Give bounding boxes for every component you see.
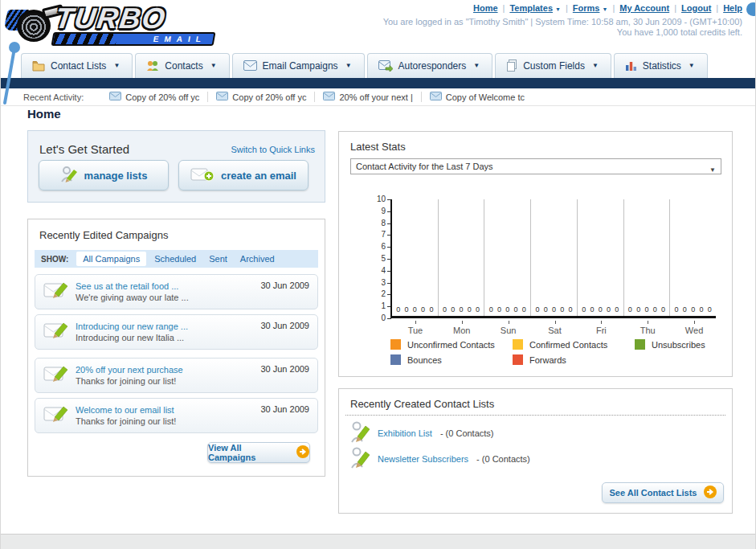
campaign-text: Welcome to our email listThanks for join… [76,404,260,427]
data-label: 0 [628,305,632,313]
nav-tab-custom-fields[interactable]: Custom Fields▼ [495,53,611,78]
app-window: TURBO EMAIL Home|Templates▼|Forms▼|My Ac… [0,0,756,549]
filter-all-campaigns[interactable]: All Campaigns [76,252,146,266]
campaign-row: Introducing our new range ...Introducing… [35,314,318,350]
see-all-contact-lists-label: See All Contact Lists [609,488,697,498]
footer-strip [1,534,755,549]
data-labels-row: 00000 [439,305,484,313]
contact-list-name-link[interactable]: Newsletter Subscribers [378,454,468,464]
x-axis-label: Sun [501,326,517,335]
get-started-panel: Let's Get Started Switch to Quick Links … [27,130,325,203]
recent-activity-link[interactable]: Copy of 20% off yc [101,92,208,102]
campaign-title-link[interactable]: See us at the retail food ... [76,281,260,292]
contact-list-item: Exhibition List- (0 Contacts) [350,421,494,445]
stats-period-select[interactable]: Contact Activity for the Last 7 Days ▼ [350,158,721,174]
top-link-templates[interactable]: Templates [509,3,553,13]
nav-tab-autoresponders[interactable]: Autoresponders▼ [367,53,493,78]
x-axis-tick [415,321,416,324]
data-labels-row: 00000 [624,305,670,313]
chart-legend: Unconfirmed ContactsConfirmed ContactsUn… [390,339,756,365]
nav-tab-statistics[interactable]: Statistics▼ [614,53,708,78]
data-labels-row: 00000 [484,305,530,313]
recent-activity-link[interactable]: Copy of 20% off yc [208,92,315,102]
recent-activity-link[interactable]: 20% off your next | [315,92,421,102]
contact-list-name-link[interactable]: Exhibition List [378,428,432,438]
link-separator: | [612,3,615,13]
logo-antenna-decoration [1,40,27,108]
login-info: You are logged in as "Timothy Smith" | S… [383,17,742,27]
filter-archived[interactable]: Archived [240,254,275,264]
pages-icon [506,59,517,72]
nav-tab-label: Contacts [165,60,202,72]
data-label: 0 [653,305,657,313]
manage-lists-label: manage lists [84,170,148,182]
campaign-title-link[interactable]: 20% off your next purchase [76,364,260,375]
nav-tab-label: Custom Fields [523,60,585,72]
chevron-down-icon: ▼ [555,6,561,12]
chevron-down-icon: ▼ [113,62,120,69]
nav-tab-contact-lists[interactable]: Contact Lists▼ [21,53,133,78]
y-axis-label: 10 [350,195,386,203]
envelope-plus-icon [190,166,215,186]
view-all-campaigns-button[interactable]: View All Campaigns [207,442,310,463]
person-pencil-icon [350,421,370,445]
campaign-row: Welcome to our email listThanks for join… [35,398,318,433]
chevron-down-icon: ▼ [689,62,695,69]
campaign-title-link[interactable]: Welcome to our email list [76,404,260,416]
legend-swatch [390,339,401,350]
create-email-button[interactable]: create an email [178,160,309,191]
legend-label: Confirmed Contacts [529,340,607,350]
recent-activity-items: Copy of 20% off ycCopy of 20% off yc20% … [101,92,533,102]
y-axis-label: 4 [350,266,386,275]
envelope-icon [323,92,335,102]
top-link-forms[interactable]: Forms [573,3,600,13]
y-axis-label: 7 [350,230,386,239]
latest-stats-panel: Latest Stats Contact Activity for the La… [338,131,733,377]
top-link-my-account[interactable]: My Account [619,3,669,13]
campaign-title-link[interactable]: Introducing our new range ... [76,321,260,332]
folder-icon [32,60,45,72]
y-axis-label: 9 [350,207,386,215]
filter-scheduled[interactable]: Scheduled [154,254,196,264]
contact-list-item: Newsletter Subscribers- (0 Contacts) [350,447,530,471]
recent-activity-text: Copy of 20% off yc [232,92,306,102]
legend-item-confirmed-contacts: Confirmed Contacts [513,339,635,350]
dotted-divider [345,415,725,416]
top-link-home[interactable]: Home [473,3,498,13]
recent-activity-bar: Recent Activity: Copy of 20% off ycCopy … [1,88,755,106]
x-axis-label: Tue [408,326,423,335]
data-label: 0 [552,305,556,313]
envelope-pencil-icon [43,404,69,428]
recent-activity-link[interactable]: Copy of Welcome tc [422,92,533,102]
x-axis-tick [462,321,463,324]
nav-tab-contacts[interactable]: Contacts▼ [135,53,229,78]
page-title: Home [27,107,61,121]
legend-swatch [513,354,523,365]
data-label: 0 [460,305,464,313]
data-label: 0 [582,305,586,313]
campaign-date: 30 Jun 2009 [260,281,309,290]
data-label: 0 [476,305,480,313]
switch-to-quick-links[interactable]: Switch to Quick Links [231,145,315,154]
see-all-contact-lists-button[interactable]: See All Contact Lists [602,482,724,503]
legend-swatch [513,339,523,350]
x-axis-tick [648,321,648,324]
arrow-circle-icon [296,445,309,460]
top-link-help[interactable]: Help [723,3,742,13]
contact-list-detail: - (0 Contacts) [440,428,494,438]
campaign-text: 20% off your next purchaseThanks for joi… [76,364,260,387]
nav-tab-label: Email Campaigns [263,60,338,72]
top-link-logout[interactable]: Logout [681,3,711,13]
campaign-subtitle: Introducing our new Italia ... [76,332,260,343]
header-circle-decoration [746,2,756,16]
campaign-row: See us at the retail food ...We're givin… [35,274,318,309]
manage-lists-button[interactable]: manage lists [39,160,169,191]
filter-sent[interactable]: Sent [209,254,227,264]
x-axis-label: Wed [685,326,703,335]
nav-tab-label: Statistics [643,60,681,72]
data-label: 0 [708,305,712,313]
data-label: 0 [636,305,640,313]
nav-tab-email-campaigns[interactable]: Email Campaigns▼ [232,53,365,78]
legend-item-unconfirmed-contacts: Unconfirmed Contacts [390,339,513,350]
contact-lists-title: Recently Created Contact Lists [350,398,494,410]
